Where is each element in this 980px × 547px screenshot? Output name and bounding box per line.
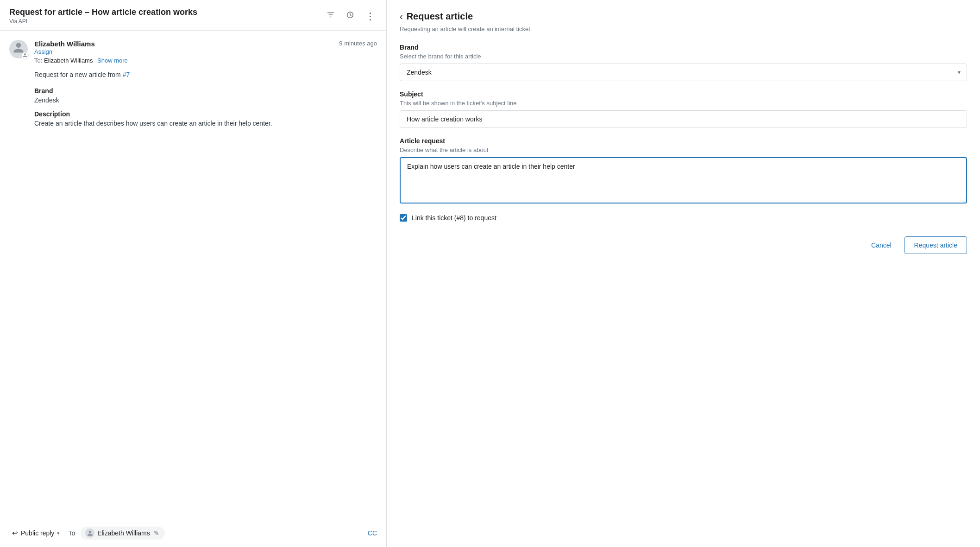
message-top: Elizabeth Williams Assign 9 minutes ago bbox=[34, 40, 377, 55]
show-more-link[interactable]: Show more bbox=[97, 57, 128, 64]
message-body: Request for a new article from #7 bbox=[34, 70, 377, 80]
reply-arrow-icon: ↩ bbox=[12, 529, 18, 537]
subject-input[interactable] bbox=[400, 110, 967, 128]
brand-select-wrapper: Zendesk ▾ bbox=[400, 64, 967, 81]
message-area: Elizabeth Williams Assign 9 minutes ago … bbox=[0, 31, 386, 519]
recipient-avatar bbox=[85, 528, 94, 538]
panel-actions: Cancel Request article bbox=[400, 236, 967, 254]
back-button[interactable]: ‹ bbox=[400, 11, 403, 22]
history-button[interactable] bbox=[344, 9, 356, 23]
history-icon bbox=[346, 11, 354, 21]
brand-field-label: Brand bbox=[400, 44, 967, 51]
reply-type-label: Public reply bbox=[21, 529, 54, 537]
request-article-button[interactable]: Request article bbox=[905, 236, 967, 254]
badge-icon bbox=[23, 53, 27, 58]
sender-block: Elizabeth Williams Assign bbox=[34, 40, 95, 55]
chevron-down-icon: ▾ bbox=[57, 530, 60, 536]
ticket-header: Request for article – How article creati… bbox=[0, 0, 386, 31]
message-card: Elizabeth Williams Assign 9 minutes ago … bbox=[9, 40, 377, 134]
reply-bar: ↩ Public reply ▾ To Elizabeth Williams ✎… bbox=[0, 519, 386, 547]
article-request-hint: Describe what the article is about bbox=[400, 146, 967, 153]
time-ago: 9 minutes ago bbox=[339, 40, 377, 47]
filter-button[interactable] bbox=[325, 9, 337, 23]
recipient-name: Elizabeth Williams bbox=[97, 529, 150, 537]
avatar-badge bbox=[21, 52, 29, 59]
recipient-chip: Elizabeth Williams ✎ bbox=[81, 527, 165, 540]
pencil-icon: ✎ bbox=[154, 529, 159, 537]
brand-field-group: Brand Select the brand for this article … bbox=[400, 44, 967, 81]
body-line1: Request for a new article from bbox=[34, 71, 123, 78]
link-ticket-row: Link this ticket (#8) to request bbox=[400, 214, 967, 222]
description-value: Create an article that describes how use… bbox=[34, 120, 377, 127]
ticket-actions: ⋮ bbox=[325, 9, 377, 24]
to-name: Elizabeth Williams bbox=[44, 57, 93, 64]
cc-button[interactable]: CC bbox=[368, 529, 377, 537]
brand-value: Zendesk bbox=[34, 96, 377, 104]
more-button[interactable]: ⋮ bbox=[364, 9, 377, 24]
cancel-button[interactable]: Cancel bbox=[864, 236, 899, 254]
panel-subtitle: Requesting an article will create an int… bbox=[400, 25, 967, 32]
brand-field-hint: Select the brand for this article bbox=[400, 53, 967, 60]
assign-link[interactable]: Assign bbox=[34, 48, 52, 55]
to-label: To bbox=[68, 529, 75, 537]
ticket-title: Request for article – How article creati… bbox=[9, 7, 197, 17]
hashtag-link[interactable]: #7 bbox=[123, 71, 130, 78]
panel-title: Request article bbox=[407, 11, 473, 22]
article-request-label: Article request bbox=[400, 137, 967, 145]
message-to: To: Elizabeth Williams Show more bbox=[34, 57, 377, 64]
article-request-textarea[interactable]: Explain how users can create an article … bbox=[400, 157, 967, 204]
subject-field-hint: This will be shown in the ticket's subje… bbox=[400, 100, 967, 107]
ticket-via: Via API bbox=[9, 18, 197, 25]
brand-select[interactable]: Zendesk bbox=[400, 64, 967, 81]
filter-icon bbox=[327, 11, 335, 21]
brand-label: Brand bbox=[34, 87, 377, 95]
article-request-field-group: Article request Describe what the articl… bbox=[400, 137, 967, 205]
back-arrow-icon: ‹ bbox=[400, 11, 403, 22]
message-content: Elizabeth Williams Assign 9 minutes ago … bbox=[34, 40, 377, 134]
link-ticket-label: Link this ticket (#8) to request bbox=[412, 214, 496, 222]
more-icon: ⋮ bbox=[365, 11, 375, 22]
edit-recipient-button[interactable]: ✎ bbox=[153, 528, 160, 538]
panel-back: ‹ Request article bbox=[400, 11, 967, 22]
subject-field-label: Subject bbox=[400, 90, 967, 98]
sender-name: Elizabeth Williams bbox=[34, 40, 95, 48]
subject-field-group: Subject This will be shown in the ticket… bbox=[400, 90, 967, 128]
to-label: To: bbox=[34, 57, 42, 64]
right-panel: ‹ Request article Requesting an article … bbox=[387, 0, 980, 547]
avatar bbox=[9, 40, 28, 58]
ticket-title-area: Request for article – How article creati… bbox=[9, 7, 197, 25]
description-label: Description bbox=[34, 110, 377, 118]
link-ticket-checkbox[interactable] bbox=[400, 214, 407, 222]
reply-type-button[interactable]: ↩ Public reply ▾ bbox=[9, 527, 63, 539]
left-panel: Request for article – How article creati… bbox=[0, 0, 387, 547]
